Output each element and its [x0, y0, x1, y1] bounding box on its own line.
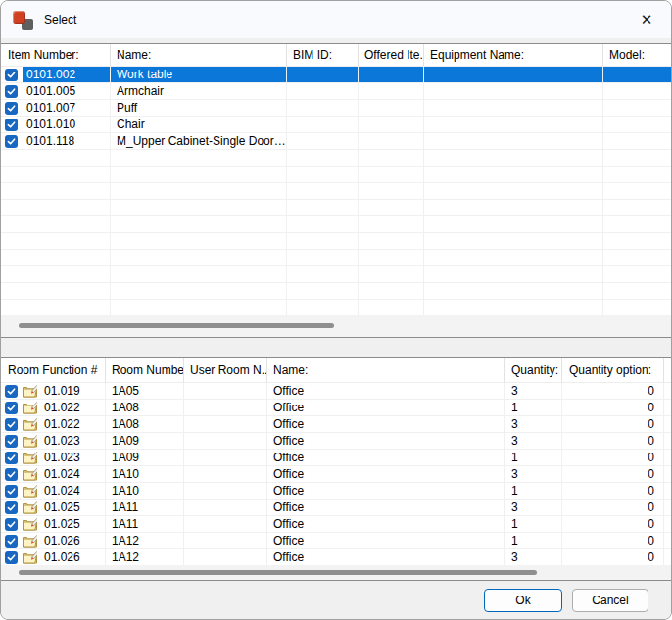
scrollbar-thumb[interactable]: [19, 570, 537, 575]
checkbox-checked-icon[interactable]: [5, 485, 18, 498]
col-header-quantity[interactable]: Quantity:: [505, 358, 562, 382]
checkbox-checked-icon[interactable]: [5, 535, 18, 548]
scrollbar-thumb[interactable]: [19, 323, 334, 328]
cell-room-number[interactable]: 1A10: [106, 483, 184, 499]
cell-quantity[interactable]: 3: [505, 466, 562, 482]
cell-room-name[interactable]: Office: [267, 500, 505, 515]
col-header-item-number[interactable]: Item Number:: [1, 44, 111, 66]
checkbox-checked-icon[interactable]: [5, 418, 18, 431]
table-row-room[interactable]: 01.023 1A09 Office 3 0: [1, 433, 671, 450]
col-header-user-room-name[interactable]: User Room N...: [184, 358, 267, 382]
cell-quantity-option[interactable]: 0: [562, 450, 664, 465]
checkbox-checked-icon[interactable]: [5, 385, 18, 398]
items-horizontal-scrollbar[interactable]: [1, 315, 671, 337]
rooms-horizontal-scrollbar[interactable]: [1, 565, 671, 580]
cell-offered-item[interactable]: [359, 100, 424, 116]
cell-room-number[interactable]: 1A05: [106, 383, 184, 399]
cell-room-name[interactable]: Office: [267, 466, 505, 482]
ok-button[interactable]: Ok: [484, 589, 562, 612]
cell-equipment-name[interactable]: [424, 67, 603, 82]
checkbox-checked-icon[interactable]: [5, 468, 18, 481]
table-row-room[interactable]: 01.024 1A10 Office 1 0: [1, 483, 671, 500]
cell-quantity[interactable]: 3: [505, 416, 562, 432]
col-header-equipment-name[interactable]: Equipment Name:: [424, 44, 603, 66]
cell-room-name[interactable]: Office: [267, 533, 505, 548]
cell-name[interactable]: Work table: [111, 67, 287, 82]
cell-equipment-name[interactable]: [424, 117, 603, 132]
cell-name[interactable]: Puff: [111, 100, 287, 116]
cell-room-number[interactable]: 1A12: [106, 549, 184, 565]
cell-room-name[interactable]: Office: [267, 400, 505, 415]
cell-quantity-option[interactable]: 0: [562, 483, 664, 499]
cell-quantity-option[interactable]: 0: [562, 533, 664, 548]
cell-offered-item[interactable]: [359, 117, 424, 132]
cell-quantity-option[interactable]: 0: [562, 500, 664, 515]
cell-room-name[interactable]: Office: [267, 483, 505, 499]
cell-equipment-name[interactable]: [424, 83, 603, 99]
cell-offered-item[interactable]: [359, 83, 424, 99]
cell-room-name[interactable]: Office: [267, 549, 505, 565]
cell-model[interactable]: [603, 100, 671, 116]
cell-user-room-name[interactable]: [184, 516, 267, 532]
cell-quantity[interactable]: 1: [505, 400, 562, 415]
cell-bim-id[interactable]: [287, 117, 359, 132]
cell-quantity[interactable]: 3: [505, 433, 562, 449]
checkbox-checked-icon[interactable]: [5, 518, 18, 531]
cell-user-room-name[interactable]: [184, 483, 267, 499]
cell-model[interactable]: [603, 83, 671, 99]
cell-quantity[interactable]: 1: [505, 483, 562, 499]
cell-user-room-name[interactable]: [184, 433, 267, 449]
cell-offered-item[interactable]: [359, 133, 424, 149]
cell-room-number[interactable]: 1A09: [106, 450, 184, 465]
table-row-room[interactable]: 01.026 1A12 Office 3 0: [1, 549, 671, 565]
col-header-room-number[interactable]: Room Number: [106, 358, 184, 382]
cell-quantity[interactable]: 1: [505, 450, 562, 465]
table-row-item[interactable]: 0101.118 M_Upper Cabinet-Single Door-W..…: [1, 133, 671, 150]
table-row-room[interactable]: 01.022 1A08 Office 1 0: [1, 400, 671, 416]
cell-room-number[interactable]: 1A09: [106, 433, 184, 449]
cell-room-name[interactable]: Office: [267, 383, 505, 399]
cell-room-number[interactable]: 1A08: [106, 400, 184, 415]
checkbox-checked-icon[interactable]: [5, 435, 18, 448]
table-row-item-selected[interactable]: 0101.002 Work table: [1, 67, 671, 83]
col-header-name[interactable]: Name:: [111, 44, 287, 66]
cell-model[interactable]: [603, 117, 671, 132]
checkbox-checked-icon[interactable]: [5, 501, 18, 514]
cell-room-name[interactable]: Office: [267, 416, 505, 432]
table-row-room[interactable]: 01.026 1A12 Office 1 0: [1, 533, 671, 549]
cell-bim-id[interactable]: [287, 100, 359, 116]
checkbox-checked-icon[interactable]: [5, 69, 18, 81]
cell-quantity[interactable]: 3: [505, 549, 562, 565]
cell-quantity[interactable]: 1: [505, 516, 562, 532]
col-header-name[interactable]: Name:: [267, 358, 505, 382]
cell-quantity-option[interactable]: 0: [562, 516, 664, 532]
cell-quantity-option[interactable]: 0: [562, 383, 664, 399]
table-row-item[interactable]: 0101.010 Chair: [1, 117, 671, 133]
col-header-quantity-option[interactable]: Quantity option:: [562, 358, 664, 382]
cell-room-number[interactable]: 1A08: [106, 416, 184, 432]
cell-room-number[interactable]: 1A11: [106, 500, 184, 515]
cell-user-room-name[interactable]: [184, 533, 267, 548]
table-row-room[interactable]: 01.024 1A10 Office 3 0: [1, 466, 671, 483]
cell-quantity-option[interactable]: 0: [562, 549, 664, 565]
cell-room-name[interactable]: Office: [267, 516, 505, 532]
cell-model[interactable]: [603, 133, 671, 149]
checkbox-checked-icon[interactable]: [5, 135, 18, 148]
cell-user-room-name[interactable]: [184, 450, 267, 465]
cell-quantity-option[interactable]: 0: [562, 466, 664, 482]
table-row-room[interactable]: 01.019 1A05 Office 3 0: [1, 383, 671, 400]
cancel-button[interactable]: Cancel: [572, 589, 648, 612]
cell-quantity[interactable]: 1: [505, 533, 562, 548]
cell-room-name[interactable]: Office: [267, 433, 505, 449]
cell-room-number[interactable]: 1A12: [106, 533, 184, 548]
checkbox-checked-icon[interactable]: [5, 102, 18, 115]
cell-quantity-option[interactable]: 0: [562, 433, 664, 449]
cell-bim-id[interactable]: [287, 67, 359, 82]
cell-quantity-option[interactable]: 0: [562, 400, 664, 415]
cell-bim-id[interactable]: [287, 83, 359, 99]
close-icon[interactable]: ✕: [630, 5, 663, 34]
table-row-room[interactable]: 01.023 1A09 Office 1 0: [1, 450, 671, 466]
cell-equipment-name[interactable]: [424, 133, 603, 149]
cell-equipment-name[interactable]: [424, 100, 603, 116]
cell-user-room-name[interactable]: [184, 500, 267, 515]
